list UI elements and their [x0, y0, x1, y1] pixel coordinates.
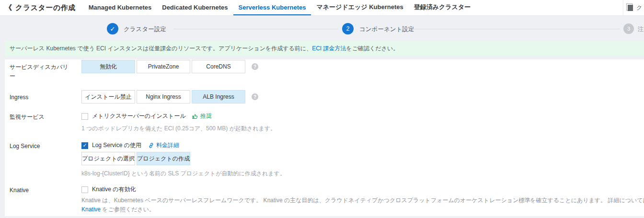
step2-circle: 2	[342, 23, 354, 34]
option-privatezone[interactable]: PrivateZone	[137, 60, 190, 73]
tab-managed-edge-kubernetes[interactable]: マネージドエッジ Kubernetes	[311, 0, 408, 15]
metrics-server-checkbox[interactable]	[81, 113, 88, 120]
recommended-badge: 推奨	[192, 112, 212, 120]
knative-doc-link[interactable]: Knative	[81, 206, 101, 213]
option-select-project[interactable]: プロジェクトの選択	[81, 152, 135, 165]
knative-checkbox-row: Knative の有効化	[81, 185, 136, 194]
back-button[interactable]: 《 クラスターの作成	[0, 0, 76, 15]
section-divider	[5, 216, 644, 218]
knative-checkbox-label: Knative の有効化	[92, 185, 136, 194]
knative-description-line1: Knative は、Kubernetes ベースのサーバーレスフレームワークです…	[81, 196, 644, 205]
service-discovery-options: 無効化 PrivateZone CoreDNS ?	[81, 60, 258, 73]
tab-registered-clusters[interactable]: 登録済みクラスター	[409, 0, 476, 15]
wizard-steps: ✓ クラスター設定 2 コンポーネント設定 3 注文の確認	[0, 16, 644, 41]
knative-label: Knative	[10, 186, 71, 195]
monitoring-note: 1 つのポッドレプリカを備えた ECI (0.25コア、500 MB) が起動さ…	[81, 125, 276, 133]
recommended-text: 推奨	[200, 112, 212, 120]
knative-description-text: Knative は、Kubernetes ベースのサーバーレスフレームワークです…	[81, 197, 644, 204]
step1-circle: ✓	[107, 23, 118, 34]
ingress-options: インストール禁止 Nginx Ingress ALB Ingress ?	[81, 90, 258, 103]
topbar-corner: ク	[623, 0, 644, 16]
step3-circle: 3	[623, 23, 634, 34]
option-no-install[interactable]: インストール禁止	[81, 90, 135, 103]
pricing-details-text: 料金詳細	[156, 141, 179, 149]
step-connector	[173, 29, 338, 29]
top-bar: 《 クラスターの作成 Managed Kubernetes Dedicated …	[0, 0, 644, 16]
cluster-creation-page: 《 クラスターの作成 Managed Kubernetes Dedicated …	[0, 0, 644, 218]
banner-text: サーバーレス Kubernetes で使う ECI インスタンスは従量課金のリソ…	[10, 45, 312, 53]
help-icon[interactable]: ?	[252, 93, 258, 100]
link-icon	[148, 142, 154, 149]
pricing-details-link[interactable]: 料金詳細	[148, 141, 179, 149]
cluster-type-tabs: Managed Kubernetes Dedicated Kubernetes …	[83, 0, 476, 15]
monitoring-checkbox-row: メトリクスサーバーのインストール 推奨	[81, 112, 212, 120]
component-settings-form: サービスディスカバリー 無効化 PrivateZone CoreDNS ? In…	[5, 59, 644, 218]
corner-clipped-text: ク	[636, 4, 642, 12]
thumbs-up-icon	[192, 113, 198, 120]
knative-description-line2: Knative をご参照ください。	[81, 206, 155, 214]
ingress-label: Ingress	[10, 93, 71, 102]
log-project-options: プロジェクトの選択 プロジェクトの作成	[81, 152, 192, 165]
step2-label: コンポーネント設定	[359, 25, 414, 34]
check-icon: ✓	[82, 143, 87, 148]
tab-serverless-kubernetes[interactable]: Serverless Kubernetes	[233, 0, 311, 15]
knative-description-text: をご参照ください。	[101, 206, 155, 213]
knative-checkbox[interactable]	[81, 186, 88, 193]
banner-text: をご確認ください。	[346, 45, 399, 53]
step1-label: クラスター設定	[124, 25, 166, 34]
log-service-checkbox-row: ✓ Log Service の使用 料金詳細	[81, 141, 179, 149]
eci-billing-link[interactable]: ECI 課金方法	[312, 45, 346, 53]
service-discovery-label: サービスディスカバリー	[10, 63, 71, 81]
option-coredns[interactable]: CoreDNS	[192, 60, 245, 73]
tab-managed-kubernetes[interactable]: Managed Kubernetes	[83, 0, 157, 15]
option-create-project[interactable]: プロジェクトの作成	[137, 152, 190, 165]
docs-icon[interactable]	[628, 5, 633, 11]
option-disable[interactable]: 無効化	[81, 60, 135, 73]
back-chevron-icon: 《	[5, 3, 12, 12]
log-service-checkbox-label: Log Service の使用	[92, 141, 141, 149]
log-service-checkbox[interactable]: ✓	[81, 142, 88, 149]
log-service-label: Log Service	[10, 142, 71, 151]
metrics-server-checkbox-label: メトリクスサーバーのインストール	[92, 112, 186, 120]
monitoring-label: 監視サービス	[10, 113, 71, 122]
help-icon[interactable]: ?	[252, 63, 258, 70]
check-icon: ✓	[110, 26, 115, 32]
option-nginx-ingress[interactable]: Nginx Ingress	[137, 90, 190, 103]
tab-dedicated-kubernetes[interactable]: Dedicated Kubernetes	[157, 0, 233, 15]
step-connector	[413, 29, 620, 29]
step3-label: 注文の確認	[638, 25, 644, 34]
option-alb-ingress[interactable]: ALB Ingress	[192, 90, 245, 103]
page-title: クラスターの作成	[15, 3, 76, 12]
eci-billing-banner: サーバーレス Kubernetes で使う ECI インスタンスは従量課金のリソ…	[5, 41, 644, 56]
log-service-note: k8s-log-{ClusterID} という名前の SLS プロジェクトが自動…	[81, 170, 286, 178]
